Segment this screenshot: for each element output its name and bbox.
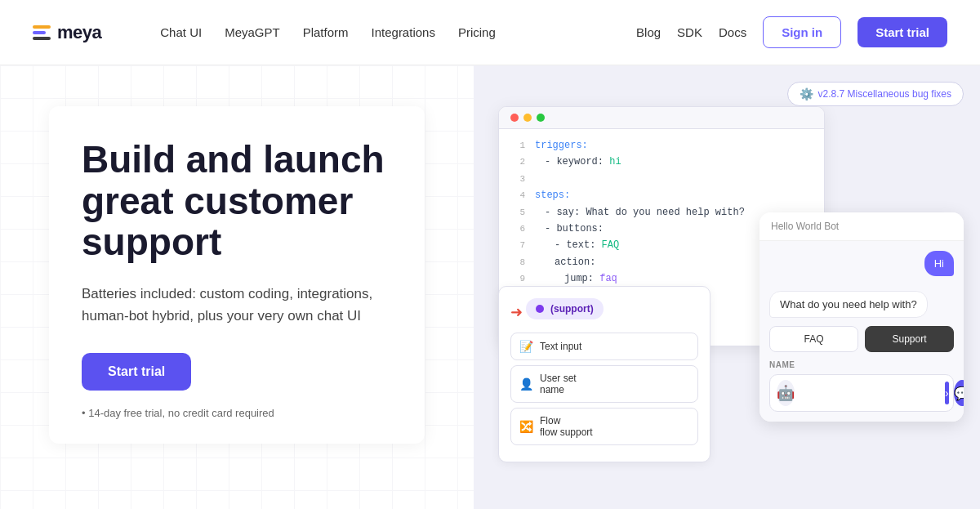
flow-arrow-icon: ➜ xyxy=(510,303,523,321)
bot-avatar-icon: 🤖 xyxy=(777,380,795,406)
logo-bar-dark xyxy=(33,37,51,40)
chat-name-input[interactable] xyxy=(803,387,940,400)
flow-trigger-label: (support) xyxy=(550,303,594,315)
chat-header: Hello World Bot xyxy=(760,212,964,241)
flow-item-label-1: Text input xyxy=(540,341,581,352)
faq-button[interactable]: FAQ xyxy=(769,326,858,352)
gear-icon: ⚙️ xyxy=(800,87,813,100)
version-text: v2.8.7 Miscellaneous bug fixes xyxy=(818,88,951,100)
nav-links: Chat UI MeyaGPT Platform Integrations Pr… xyxy=(127,0,528,65)
flow-item-user-set[interactable]: 👤 User setname xyxy=(510,365,698,403)
nav-docs[interactable]: Docs xyxy=(719,25,746,39)
hero-right: ⚙️ v2.8.7 Miscellaneous bug fixes 1 trig… xyxy=(474,65,980,509)
flow-item-text-input[interactable]: 📝 Text input xyxy=(510,333,698,360)
chat-panel: Hello World Bot Hi What do you need help… xyxy=(760,212,964,422)
logo-bar-orange xyxy=(33,25,51,29)
chat-body: Hi What do you need help with? FAQ Suppo… xyxy=(760,241,964,422)
flow-trigger-node: (support) xyxy=(526,298,604,319)
nav-link-pricing[interactable]: Pricing xyxy=(458,25,496,39)
nav-left: meya Chat UI MeyaGPT Platform Integratio… xyxy=(33,0,528,65)
text-input-icon: 📝 xyxy=(519,340,533,353)
logo[interactable]: meya xyxy=(33,22,101,43)
flow-dot xyxy=(536,305,544,313)
start-trial-nav-button[interactable]: Start trial xyxy=(858,17,947,47)
hero-content: Build and launch great customer support … xyxy=(49,106,425,444)
chat-input-row: 🤖 › 💬 xyxy=(769,374,954,412)
bot-bubble: What do you need help with? xyxy=(769,291,928,318)
nav-link-chatui[interactable]: Chat UI xyxy=(160,25,202,39)
code-editor-header xyxy=(499,107,824,129)
logo-bar-purple xyxy=(33,31,46,34)
close-dot xyxy=(510,114,519,122)
logo-icon xyxy=(33,25,51,40)
nav-link-integrations[interactable]: Integrations xyxy=(372,25,435,39)
nav-blog[interactable]: Blog xyxy=(636,25,661,39)
signin-button[interactable]: Sign in xyxy=(763,16,841,48)
hero-section: Build and launch great customer support … xyxy=(0,65,980,509)
flow-item-flow[interactable]: 🔀 Flowflow support xyxy=(510,408,698,445)
flow-item-label-3: Flowflow support xyxy=(540,415,593,438)
code-line-2: 2 - keyword: hi xyxy=(499,154,824,170)
user-set-icon: 👤 xyxy=(519,377,533,391)
chat-send-button[interactable]: › xyxy=(945,382,949,404)
user-msg-row: Hi xyxy=(769,251,954,284)
user-bubble: Hi xyxy=(924,251,954,276)
nav-link-meyagpt[interactable]: MeyaGPT xyxy=(225,25,280,39)
hero-description: Batteries included: custom coding, integ… xyxy=(82,283,392,327)
support-button[interactable]: Support xyxy=(865,326,954,352)
minimize-dot xyxy=(523,114,532,122)
code-line-1: 1 triggers: xyxy=(499,137,824,154)
start-trial-hero-button[interactable]: Start trial xyxy=(82,353,191,391)
navbar: meya Chat UI MeyaGPT Platform Integratio… xyxy=(0,0,980,65)
logo-text: meya xyxy=(57,22,101,43)
flow-icon: 🔀 xyxy=(519,420,533,433)
chat-input-label: NAME xyxy=(769,360,954,369)
chat-buttons-row: FAQ Support xyxy=(769,326,954,352)
version-badge[interactable]: ⚙️ v2.8.7 Miscellaneous bug fixes xyxy=(787,82,964,106)
hero-card: Build and launch great customer support … xyxy=(49,106,425,444)
flow-item-label-2: User setname xyxy=(540,373,577,395)
flow-trigger-row: ➜ (support) xyxy=(510,298,698,326)
hero-title: Build and launch great customer support xyxy=(82,139,392,263)
nav-sdk[interactable]: SDK xyxy=(677,25,702,39)
trial-note: 14-day free trial, no credit card requir… xyxy=(82,407,392,419)
flow-panel: ➜ (support) 📝 Text input 👤 User setname … xyxy=(498,286,710,462)
code-line-4: 4 steps: xyxy=(499,187,824,203)
chat-bot-name: Hello World Bot xyxy=(771,221,839,232)
chat-bubble-button[interactable]: 💬 xyxy=(954,380,964,406)
nav-right: Blog SDK Docs Sign in Start trial xyxy=(636,16,947,48)
maximize-dot xyxy=(537,114,545,122)
code-line-3: 3 xyxy=(499,171,824,187)
nav-link-platform[interactable]: Platform xyxy=(303,25,349,39)
hero-left: Build and launch great customer support … xyxy=(0,65,474,509)
